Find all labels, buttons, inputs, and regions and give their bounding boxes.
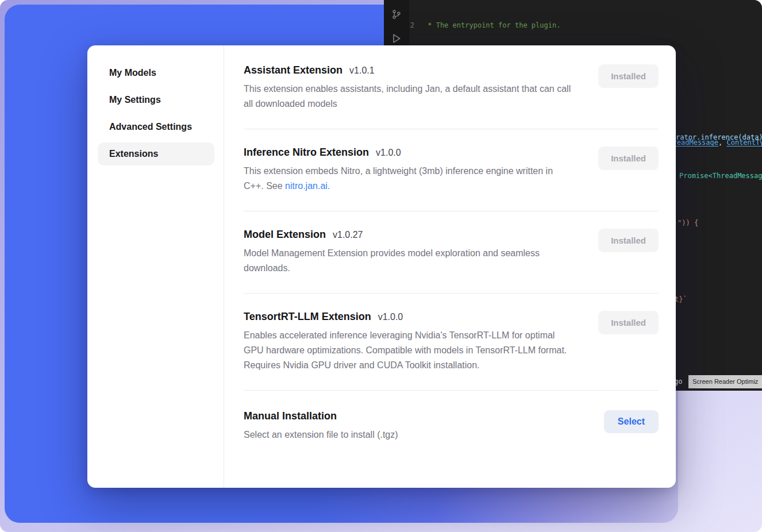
- screen-reader-optimized-badge[interactable]: Screen Reader Optimiz: [688, 375, 762, 388]
- extension-info: Model Extension v1.0.27 Model Management…: [244, 229, 574, 276]
- extension-info: TensortRT-LLM Extension v1.0.0 Enables a…: [244, 311, 574, 373]
- extension-description: This extension enables assistants, inclu…: [244, 82, 574, 111]
- extension-info: Assistant Extension v1.0.1 This extensio…: [244, 64, 574, 111]
- code-fragment: Promise<ThreadMessage>: [679, 171, 762, 181]
- code-line: 2 * The entrypoint for the plugin.: [409, 21, 762, 30]
- extension-title-line: TensortRT-LLM Extension v1.0.0: [244, 311, 574, 323]
- installed-button[interactable]: Installed: [598, 311, 659, 334]
- code-comment: * The entrypoint for the plugin.: [424, 21, 560, 29]
- manual-installation-title: Manual Installation: [244, 410, 337, 422]
- manual-installation-description: Select an extension file to install (.tg…: [244, 427, 398, 442]
- extension-row-nitro: Inference Nitro Extension v1.0.0 This ex…: [244, 129, 659, 211]
- extension-info: Manual Installation Select an extension …: [244, 410, 398, 442]
- manual-installation-row: Manual Installation Select an extension …: [244, 391, 659, 454]
- settings-modal: My Models My Settings Advanced Settings …: [87, 45, 676, 488]
- extension-row-tensorrt: TensortRT-LLM Extension v1.0.0 Enables a…: [244, 294, 659, 391]
- sidebar-item-my-settings[interactable]: My Settings: [98, 88, 214, 111]
- extension-version: v1.0.1: [349, 65, 375, 76]
- sidebar-item-extensions[interactable]: Extensions: [98, 142, 214, 165]
- installed-button[interactable]: Installed: [598, 229, 659, 252]
- extension-title-line: Inference Nitro Extension v1.0.0: [244, 147, 574, 159]
- sidebar-item-my-models[interactable]: My Models: [98, 61, 214, 84]
- extension-title-line: Manual Installation: [244, 410, 398, 422]
- installed-button[interactable]: Installed: [598, 147, 659, 170]
- extension-title-line: Assistant Extension v1.0.1: [244, 64, 574, 76]
- extension-description: This extension embeds Nitro, a lightweig…: [244, 164, 574, 194]
- extension-title-line: Model Extension v1.0.27: [244, 229, 574, 241]
- extension-description: Model Management Extension provides mode…: [244, 246, 574, 276]
- extension-description: Enables accelerated inference leveraging…: [244, 328, 574, 373]
- extensions-panel: Assistant Extension v1.0.1 This extensio…: [224, 45, 676, 488]
- nitro-jan-ai-link[interactable]: nitro.jan.ai.: [285, 181, 330, 191]
- extension-row-model: Model Extension v1.0.27 Model Management…: [244, 211, 659, 294]
- extension-name: TensortRT-LLM Extension: [244, 311, 371, 323]
- extension-version: v1.0.0: [376, 148, 401, 158]
- sidebar-item-advanced-settings[interactable]: Advanced Settings: [98, 115, 214, 138]
- settings-sidebar: My Models My Settings Advanced Settings …: [87, 45, 224, 488]
- extension-version: v1.0.27: [333, 230, 363, 240]
- screen: 2 * The entrypoint for the plugin. 3 */ …: [0, 0, 762, 532]
- extension-name: Inference Nitro Extension: [244, 147, 369, 159]
- select-file-button[interactable]: Select: [604, 410, 659, 433]
- code-fragment: rator.inference(data));: [676, 133, 762, 142]
- extension-version: v1.0.0: [378, 312, 403, 322]
- code-fragment: ")) {: [678, 218, 698, 228]
- extension-name: Assistant Extension: [244, 64, 342, 76]
- code-fragment: t}`: [675, 295, 687, 304]
- extension-info: Inference Nitro Extension v1.0.0 This ex…: [244, 147, 574, 194]
- installed-button[interactable]: Installed: [598, 64, 659, 88]
- extension-name: Model Extension: [244, 229, 326, 241]
- extension-row-assistant: Assistant Extension v1.0.1 This extensio…: [244, 64, 659, 129]
- line-number: 2: [409, 21, 424, 30]
- source-control-icon[interactable]: [391, 9, 402, 22]
